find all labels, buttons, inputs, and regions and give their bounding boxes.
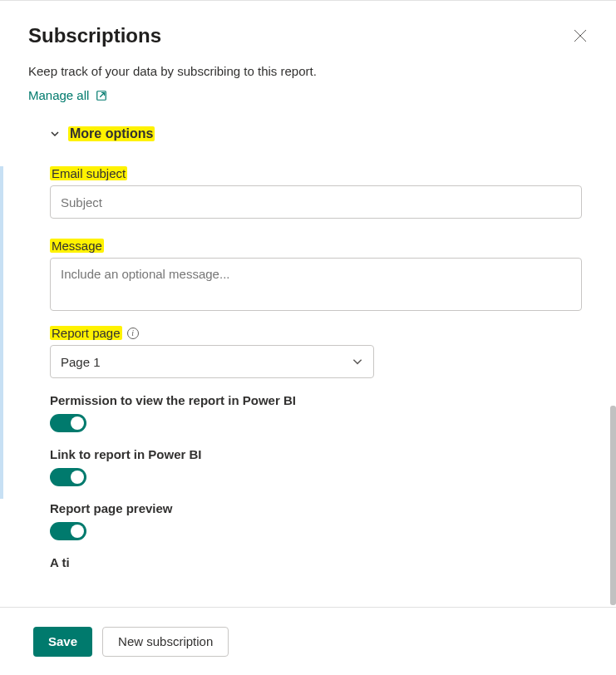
link-report-toggle-label: Link to report in Power BI <box>50 447 588 461</box>
report-page-selected-value: Page 1 <box>61 355 101 369</box>
more-options-label: More options <box>68 126 155 141</box>
panel-header: Subscriptions <box>28 24 588 47</box>
report-page-label-row: Report page i <box>50 326 588 340</box>
panel-subtitle: Keep track of your data by subscribing t… <box>28 64 588 78</box>
partial-next-label: A ti <box>50 555 588 569</box>
link-report-toggle[interactable] <box>50 468 86 486</box>
subscriptions-panel: Subscriptions Keep track of your data by… <box>0 0 616 602</box>
email-subject-field-group: Email subject <box>50 160 588 219</box>
message-field-group: Message <box>50 232 588 314</box>
email-subject-label: Email subject <box>50 166 127 180</box>
permission-toggle-label: Permission to view the report in Power B… <box>50 393 588 407</box>
preview-toggle[interactable] <box>50 522 86 540</box>
close-icon <box>574 29 587 42</box>
email-subject-input[interactable] <box>50 185 582 219</box>
toggle-knob <box>71 525 84 538</box>
toggle-knob <box>71 471 84 484</box>
message-label: Message <box>50 239 104 253</box>
message-input[interactable] <box>50 258 582 311</box>
manage-all-link[interactable]: Manage all <box>28 88 107 102</box>
new-subscription-button[interactable]: New subscription <box>102 627 229 657</box>
permission-toggle[interactable] <box>50 414 86 432</box>
preview-toggle-label: Report page preview <box>50 501 588 515</box>
save-button[interactable]: Save <box>33 627 92 657</box>
report-page-select[interactable]: Page 1 <box>50 345 374 378</box>
manage-all-text: Manage all <box>28 88 89 102</box>
close-button[interactable] <box>573 28 588 43</box>
chevron-down-icon <box>352 356 363 367</box>
selected-edge-indicator <box>0 166 3 499</box>
more-options-toggle[interactable]: More options <box>50 126 155 141</box>
form-area: More options Email subject Message Repor… <box>28 103 588 569</box>
preview-toggle-group: Report page preview <box>50 501 588 540</box>
external-link-icon <box>96 90 107 101</box>
link-report-toggle-group: Link to report in Power BI <box>50 447 588 486</box>
permission-toggle-group: Permission to view the report in Power B… <box>50 393 588 432</box>
footer-bar: Save New subscription <box>0 607 616 675</box>
toggle-knob <box>71 416 84 430</box>
info-icon[interactable]: i <box>127 328 139 339</box>
chevron-down-icon <box>50 129 60 139</box>
report-page-label: Report page <box>50 326 122 340</box>
page-title: Subscriptions <box>28 24 161 47</box>
scrollbar-thumb[interactable] <box>610 406 616 605</box>
